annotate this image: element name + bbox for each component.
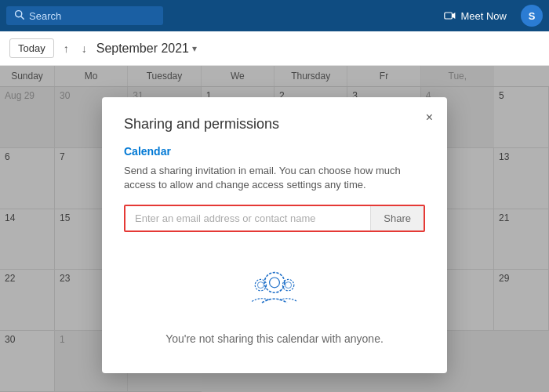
modal-overlay: × Sharing and permissions Calendar Send …: [0, 66, 549, 392]
svg-point-8: [285, 282, 292, 289]
today-button[interactable]: Today: [9, 38, 54, 58]
subtoolbar: Today ↑ ↓ September 2021 ▾: [0, 31, 549, 66]
calendar-link[interactable]: Calendar: [124, 145, 425, 158]
svg-point-7: [282, 280, 293, 291]
meet-now-button[interactable]: Meet Now: [438, 7, 513, 25]
modal-close-button[interactable]: ×: [423, 108, 436, 127]
topbar: Search Meet Now S: [0, 0, 549, 31]
people-icon: [243, 259, 306, 321]
meet-now-label: Meet Now: [460, 10, 507, 22]
search-label: Search: [29, 10, 61, 22]
svg-rect-2: [445, 13, 453, 19]
calendar-area: Sunday Mo Tuesday We Thursday Fr Tue, Au…: [0, 66, 549, 392]
prev-arrow-button[interactable]: ↑: [60, 41, 72, 56]
svg-point-6: [257, 282, 264, 289]
share-button[interactable]: Share: [370, 206, 424, 230]
modal-description: Send a sharing invitation in email. You …: [124, 164, 425, 192]
modal-title: Sharing and permissions: [124, 116, 425, 132]
empty-state: You're not sharing this calendar with an…: [124, 251, 425, 348]
search-icon: [14, 9, 24, 22]
month-label[interactable]: September 2021 ▾: [96, 42, 197, 56]
svg-point-4: [270, 278, 280, 288]
svg-point-3: [264, 273, 285, 293]
svg-line-1: [21, 16, 24, 19]
next-arrow-button[interactable]: ↓: [78, 41, 90, 56]
modal-dialog: × Sharing and permissions Calendar Send …: [102, 97, 447, 373]
avatar[interactable]: S: [521, 5, 543, 27]
chevron-down-icon: ▾: [192, 43, 197, 54]
topbar-right: Meet Now S: [438, 5, 543, 27]
share-input-row: Share: [124, 205, 425, 232]
search-box[interactable]: Search: [6, 6, 163, 25]
empty-state-text: You're not sharing this calendar with an…: [165, 332, 384, 345]
email-input[interactable]: [125, 206, 370, 230]
